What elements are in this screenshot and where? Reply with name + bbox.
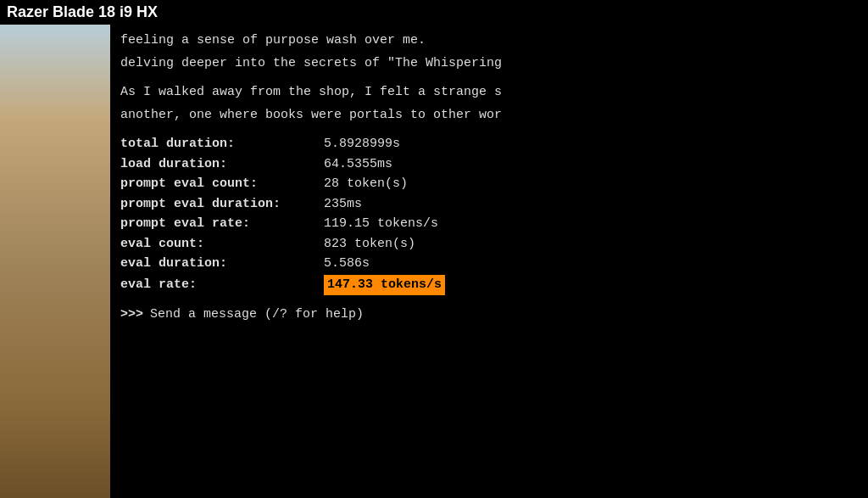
stat-row: eval count:823 token(s) bbox=[120, 235, 858, 255]
stat-label: eval duration: bbox=[120, 255, 324, 274]
stat-value: 5.8928999s bbox=[324, 135, 400, 154]
stat-value: 119.15 tokens/s bbox=[324, 215, 438, 234]
stat-value: 5.586s bbox=[324, 255, 370, 274]
stat-row: prompt eval rate:119.15 tokens/s bbox=[120, 215, 858, 234]
main-area: feeling a sense of purpose wash over me.… bbox=[0, 25, 868, 498]
stat-label: prompt eval duration: bbox=[120, 195, 324, 215]
stat-label: load duration: bbox=[120, 155, 324, 175]
story-line-1: feeling a sense of purpose wash over me. bbox=[120, 31, 858, 51]
stat-label: eval count: bbox=[120, 235, 324, 255]
stat-row: load duration:64.5355ms bbox=[120, 155, 858, 175]
story-line-3: As I walked away from the shop, I felt a… bbox=[120, 83, 858, 103]
stat-row: eval duration:5.586s bbox=[120, 255, 858, 274]
story-line-2: delving deeper into the secrets of "The … bbox=[120, 54, 858, 74]
prompt-line[interactable]: >>> Send a message (/? for help) bbox=[120, 305, 858, 325]
stat-value: 147.33 tokens/s bbox=[324, 275, 445, 296]
window-title: Razer Blade 18 i9 HX bbox=[7, 3, 158, 21]
stat-value: 823 token(s) bbox=[324, 235, 415, 255]
stat-row: total duration:5.8928999s bbox=[120, 135, 858, 154]
prompt-input-text[interactable]: Send a message (/? for help) bbox=[150, 305, 364, 325]
stat-row: prompt eval duration:235ms bbox=[120, 195, 858, 215]
stat-value: 64.5355ms bbox=[324, 155, 392, 175]
prompt-arrow: >>> bbox=[120, 305, 143, 325]
stat-label: prompt eval rate: bbox=[120, 215, 324, 234]
stat-value: 28 token(s) bbox=[324, 175, 408, 194]
stats-section: total duration:5.8928999sload duration:6… bbox=[120, 135, 858, 295]
stat-label: prompt eval count: bbox=[120, 175, 324, 194]
title-bar: Razer Blade 18 i9 HX bbox=[0, 0, 868, 25]
stat-label: eval rate: bbox=[120, 276, 324, 295]
story-line-4: another, one where books were portals to… bbox=[120, 106, 858, 126]
stat-label: total duration: bbox=[120, 135, 324, 154]
stat-row: prompt eval count:28 token(s) bbox=[120, 175, 858, 194]
stat-value: 235ms bbox=[324, 195, 362, 215]
sidebar-image bbox=[0, 25, 110, 498]
stat-row: eval rate:147.33 tokens/s bbox=[120, 275, 858, 296]
terminal-window[interactable]: feeling a sense of purpose wash over me.… bbox=[110, 25, 868, 498]
